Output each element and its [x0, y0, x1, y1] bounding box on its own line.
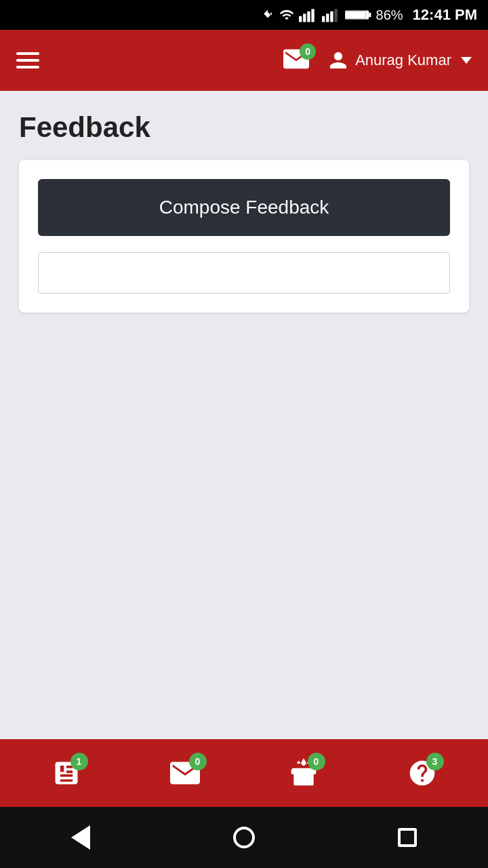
bottom-nav: 1 0 0 3 [0, 739, 488, 807]
battery-icon [345, 8, 372, 22]
chevron-down-icon [461, 57, 472, 64]
recents-icon [398, 828, 417, 847]
user-profile-button[interactable]: Anurag Kumar [328, 50, 472, 71]
search-input[interactable] [38, 252, 450, 294]
r-signal-icon [322, 7, 341, 22]
help-icon-container: 3 [407, 758, 437, 788]
svg-rect-0 [299, 16, 302, 22]
svg-rect-2 [307, 12, 310, 22]
bluetooth-icon [261, 7, 274, 22]
system-nav-bar [0, 807, 488, 868]
home-icon [233, 827, 255, 848]
bottom-nav-news[interactable]: 1 [38, 753, 95, 793]
svg-rect-1 [303, 14, 306, 22]
birthday-badge: 0 [308, 753, 325, 770]
svg-rect-7 [334, 9, 337, 22]
main-content: Feedback Compose Feedback [0, 91, 488, 739]
back-icon [71, 825, 90, 850]
mail-badge: 0 [300, 43, 316, 60]
mail-icon-button[interactable]: 0 [283, 49, 309, 72]
hamburger-menu[interactable] [16, 52, 39, 68]
news-badge: 1 [70, 753, 88, 770]
mail-nav-badge: 0 [189, 753, 207, 770]
user-icon [328, 50, 348, 71]
user-name: Anurag Kumar [355, 52, 451, 69]
compose-feedback-button[interactable]: Compose Feedback [38, 179, 450, 236]
nav-bar: 0 Anurag Kumar [0, 30, 488, 91]
svg-rect-11 [345, 11, 365, 18]
svg-rect-6 [330, 12, 333, 22]
svg-rect-9 [369, 13, 371, 17]
news-icon-container: 1 [52, 758, 81, 788]
home-button[interactable] [213, 820, 275, 855]
birthday-icon-container: 0 [289, 758, 319, 788]
back-button[interactable] [51, 818, 110, 856]
help-badge: 3 [426, 753, 444, 770]
wifi-icon [279, 7, 295, 22]
recents-button[interactable] [378, 821, 437, 854]
status-time: 12:41 PM [413, 6, 477, 24]
signal-icon [299, 7, 318, 22]
bottom-nav-birthday[interactable]: 0 [275, 753, 332, 793]
bottom-nav-mail[interactable]: 0 [157, 753, 214, 793]
page-title: Feedback [19, 111, 469, 144]
feedback-card: Compose Feedback [19, 160, 469, 313]
status-icons: 86% 12:41 PM [261, 6, 477, 24]
svg-rect-4 [322, 16, 325, 22]
mail-nav-icon-container: 0 [170, 758, 200, 788]
svg-rect-3 [311, 9, 314, 22]
svg-rect-5 [326, 14, 329, 22]
status-bar: 86% 12:41 PM [0, 0, 488, 30]
battery-percent: 86% [376, 7, 403, 23]
bottom-nav-help[interactable]: 3 [394, 753, 451, 793]
